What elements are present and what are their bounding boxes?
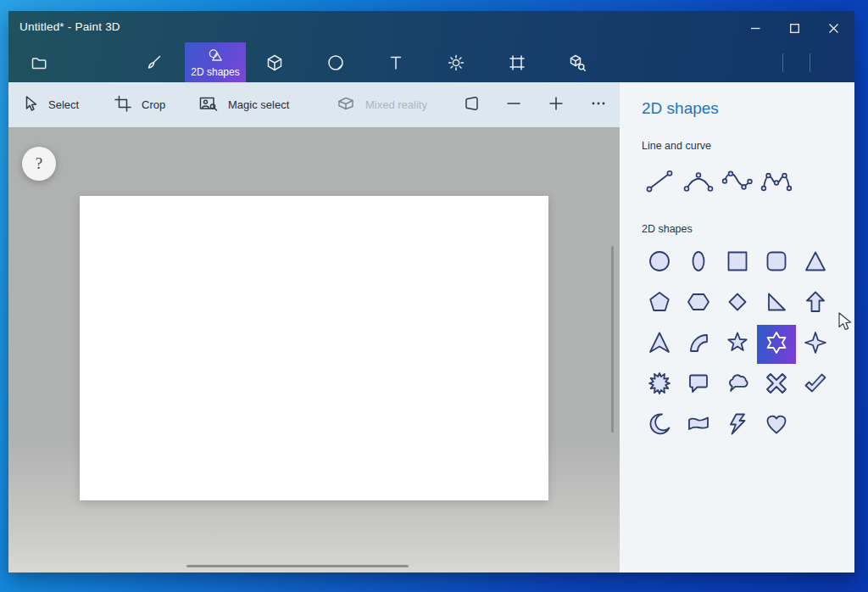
minimize-button[interactable]: [736, 16, 775, 40]
zoom-in-button[interactable]: [540, 82, 572, 127]
panel-title: 2D shapes: [642, 99, 854, 118]
line-curve-section-label: Line and curve: [642, 140, 854, 152]
quarter-circle-icon: [685, 329, 712, 360]
tab-menu[interactable]: [8, 42, 70, 82]
crop-icon: [114, 94, 132, 115]
vertical-scrollbar[interactable]: [611, 246, 614, 433]
desktop: Untitled* - Paint 3D 2D shapes SelectCro…: [0, 0, 868, 592]
rounded-square-shape[interactable]: [757, 243, 796, 282]
lightning-icon: [724, 410, 751, 441]
thought-bubble-icon: [724, 370, 751, 400]
top-toolbar: 2D shapes: [8, 42, 854, 82]
horizontal-scrollbar[interactable]: [186, 565, 409, 567]
chevron-arrow-icon: [646, 329, 673, 360]
five-point-star-icon: [724, 329, 751, 360]
ellipse-shape[interactable]: [679, 243, 718, 282]
drawing-canvas[interactable]: [80, 196, 548, 500]
tab-text[interactable]: [365, 42, 426, 82]
select-label: Select: [48, 98, 79, 111]
cross-icon: [763, 370, 790, 400]
mixed-reality-label: Mixed reality: [365, 98, 427, 111]
ellipse-icon: [685, 248, 712, 278]
hexagon-shape[interactable]: [679, 284, 718, 323]
canvas-icon: [507, 53, 527, 73]
window-title: Untitled* - Paint 3D: [19, 20, 120, 33]
paint3d-window: Untitled* - Paint 3D 2D shapes SelectCro…: [8, 11, 854, 572]
mixed-reality-icon: [336, 94, 356, 115]
close-button[interactable]: [814, 16, 853, 40]
circle-icon: [646, 248, 673, 278]
canvas-angle-button[interactable]: [455, 82, 487, 127]
3d-library-icon: [567, 53, 587, 73]
circle-shape[interactable]: [640, 243, 679, 282]
speech-bubble-shape[interactable]: [679, 366, 718, 405]
tab-effects[interactable]: [426, 42, 487, 82]
s-curve-tool[interactable]: [718, 164, 757, 201]
more-options-icon: [589, 94, 608, 116]
double-checkmark-shape[interactable]: [796, 366, 835, 405]
more-options-button[interactable]: [582, 82, 615, 127]
speech-bubble-icon: [685, 370, 712, 400]
s-curve-icon: [721, 168, 754, 197]
zoom-out-icon: [504, 94, 523, 116]
triangle-icon: [802, 248, 829, 278]
line-curve-tools: [640, 164, 854, 201]
effects-icon: [446, 53, 466, 73]
diamond-icon: [724, 288, 751, 319]
tab-3d-library[interactable]: [547, 42, 608, 82]
mixed-reality-tool: Mixed reality: [336, 82, 427, 127]
pentagon-icon: [646, 288, 673, 319]
tools-ribbon: SelectCropMagic selectMixed reality: [8, 82, 620, 127]
double-checkmark-icon: [802, 370, 829, 400]
stickers-icon: [326, 53, 346, 73]
maximize-button[interactable]: [775, 16, 814, 40]
banner-shape[interactable]: [679, 406, 718, 445]
heart-shape[interactable]: [757, 406, 796, 445]
five-point-star-shape[interactable]: [718, 325, 757, 364]
six-point-star-shape[interactable]: [757, 325, 796, 364]
help-button[interactable]: ?: [22, 147, 56, 181]
diamond-shape[interactable]: [718, 284, 757, 323]
six-point-star-icon: [763, 329, 790, 360]
cross-shape[interactable]: [757, 366, 796, 405]
2d-shapes-icon: [206, 47, 225, 64]
tab-3d-shapes[interactable]: [244, 42, 305, 82]
magic-select-tool[interactable]: Magic select: [198, 82, 289, 127]
four-point-star-shape[interactable]: [796, 325, 835, 364]
brushes-icon: [143, 53, 164, 73]
square-shape[interactable]: [718, 243, 757, 282]
right-triangle-shape[interactable]: [757, 284, 796, 323]
curve-tool[interactable]: [679, 164, 718, 201]
starburst-icon: [646, 370, 673, 400]
tab-canvas[interactable]: [487, 42, 548, 82]
square-icon: [724, 248, 751, 278]
tab-2d-shapes[interactable]: 2D shapes: [185, 42, 246, 82]
crescent-shape[interactable]: [640, 406, 679, 445]
toolbar-separator: [810, 53, 810, 72]
tab-brushes[interactable]: [123, 42, 184, 82]
right-triangle-icon: [763, 288, 790, 319]
banner-icon: [685, 410, 712, 441]
window-controls: [736, 16, 853, 40]
crop-tool[interactable]: Crop: [114, 82, 165, 127]
double-curve-tool[interactable]: [757, 164, 796, 201]
zoom-in-icon: [547, 94, 565, 116]
tab-stickers[interactable]: [305, 42, 366, 82]
line-tool[interactable]: [640, 164, 679, 201]
quarter-circle-shape[interactable]: [679, 325, 718, 364]
canvas-angle-icon: [462, 94, 481, 116]
triangle-shape[interactable]: [796, 243, 835, 282]
pentagon-shape[interactable]: [640, 284, 679, 323]
select-tool[interactable]: Select: [20, 82, 79, 127]
heart-icon: [763, 410, 790, 441]
chevron-arrow-shape[interactable]: [640, 325, 679, 364]
thought-bubble-shape[interactable]: [718, 366, 757, 405]
magic-select-icon: [198, 94, 219, 115]
tab-label: 2D shapes: [191, 67, 239, 77]
lightning-shape[interactable]: [718, 406, 757, 445]
hexagon-icon: [685, 288, 712, 319]
block-arrow-up-shape[interactable]: [796, 284, 835, 323]
line-icon: [643, 168, 676, 197]
zoom-out-button[interactable]: [498, 82, 530, 127]
starburst-shape[interactable]: [640, 366, 679, 405]
